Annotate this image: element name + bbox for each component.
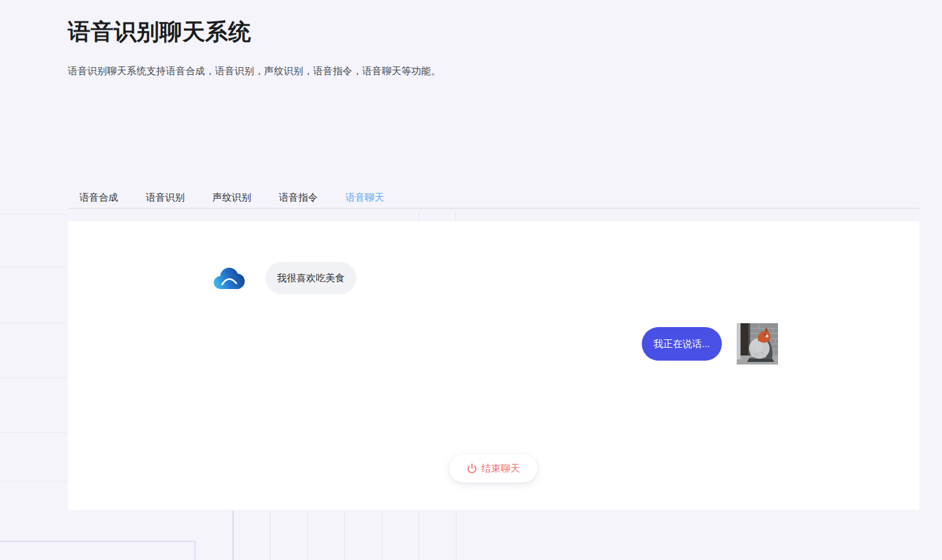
- background-column-line: [344, 511, 345, 560]
- bird-statue-photo: [737, 323, 778, 365]
- background-column-line: [382, 511, 382, 560]
- background-column-line: [456, 511, 456, 560]
- background-row-line: [0, 481, 68, 481]
- page-subtitle: 语音识别聊天系统支持语音合成，语音识别，声纹识别，语音指令，语音聊天等功能。: [68, 65, 441, 77]
- background-row-line: [0, 432, 68, 433]
- background-row-line: [0, 214, 68, 214]
- tab-speech-synthesis[interactable]: 语音合成: [79, 190, 118, 205]
- background-panel-outline: [0, 541, 196, 560]
- background-column-line: [418, 511, 419, 560]
- user-avatar: [737, 323, 778, 365]
- background-row-line: [0, 323, 68, 323]
- tab-bar: 语音合成 语音识别 声纹识别 语音指令 语音聊天: [79, 190, 384, 205]
- background-column-line: [270, 511, 271, 560]
- background-column-line: [455, 210, 456, 221]
- bot-message-bubble: 我很喜欢吃美食: [265, 262, 356, 294]
- background-row-line: [0, 266, 68, 267]
- bot-avatar: [207, 257, 250, 299]
- end-chat-button[interactable]: 结束聊天: [449, 454, 537, 483]
- page-title: 语音识别聊天系统: [68, 17, 251, 47]
- background-row-line: [0, 377, 68, 378]
- background-column-line: [232, 511, 234, 560]
- tab-voice-chat[interactable]: 语音聊天: [345, 190, 384, 205]
- tab-voiceprint-recognition[interactable]: 声纹识别: [212, 190, 251, 205]
- background-column-line: [418, 212, 419, 221]
- chat-panel: 我很喜欢吃美食 我正在说话...: [68, 221, 919, 510]
- tab-speech-recognition[interactable]: 语音识别: [146, 190, 185, 205]
- end-chat-label: 结束聊天: [482, 463, 520, 475]
- background-column-line: [307, 511, 308, 560]
- tab-voice-command[interactable]: 语音指令: [279, 190, 318, 205]
- cloud-icon: [207, 257, 250, 299]
- user-message-bubble: 我正在说话...: [642, 327, 722, 361]
- power-icon: [467, 463, 477, 474]
- tab-bar-divider: [68, 208, 919, 209]
